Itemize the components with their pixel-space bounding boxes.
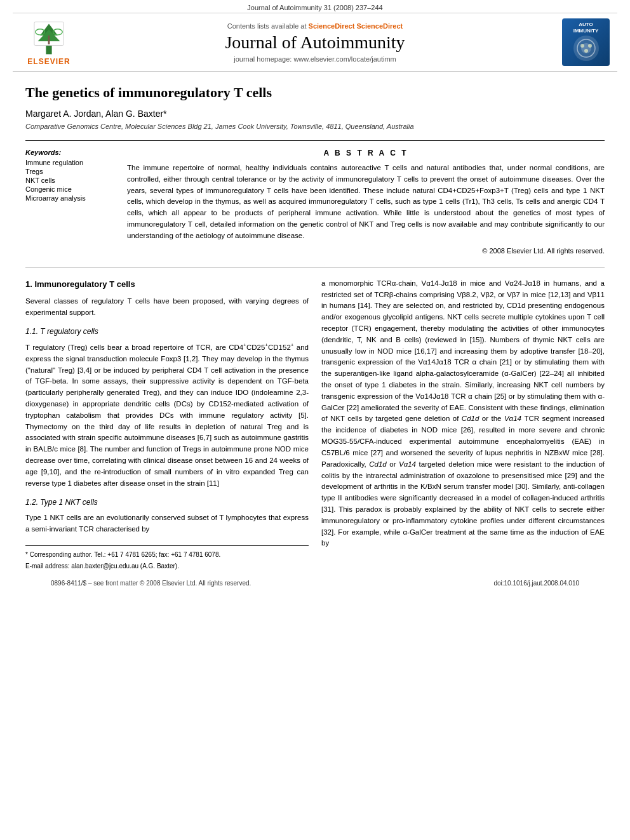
abstract-text: The immune repertoire of normal, healthy… bbox=[127, 163, 605, 242]
abstract-section: Keywords: Immune regulation Tregs NKT ce… bbox=[25, 140, 605, 255]
copyright-line: © 2008 Elsevier Ltd. All rights reserved… bbox=[127, 247, 605, 255]
article-affiliation: Comparative Genomics Centre, Molecular S… bbox=[25, 123, 605, 130]
svg-point-11 bbox=[584, 49, 588, 53]
journal-info-bar: Journal of Autoimmunity 31 (2008) 237–24… bbox=[0, 0, 630, 13]
subsection-1-2-para: Type 1 NKT cells are an evolutionarily c… bbox=[25, 512, 309, 535]
section-1-para1: Several classes of regulatory T cells ha… bbox=[25, 296, 309, 319]
subsection-1-1-heading: 1.1. T regulatory cells bbox=[25, 326, 309, 338]
header-section: ELSEVIER Contents lists available at Sci… bbox=[13, 13, 617, 72]
abstract-title: A B S T R A C T bbox=[127, 149, 605, 157]
journal-logo-circle bbox=[573, 36, 599, 61]
journal-citation: Journal of Autoimmunity 31 (2008) 237–24… bbox=[247, 4, 382, 11]
footnote-corresponding: * Corresponding author. Tel.: +61 7 4781… bbox=[25, 550, 309, 560]
footnote-email: E-mail address: alan.baxter@jcu.edu.au (… bbox=[25, 561, 309, 571]
keyword-3: NKT cells bbox=[25, 177, 114, 184]
keyword-2: Tregs bbox=[25, 168, 114, 175]
body-columns: 1. Immunoregulatory T cells Several clas… bbox=[25, 278, 605, 573]
article-title: The genetics of immunoregulatory T cells bbox=[25, 84, 605, 101]
elsevier-tree-icon bbox=[27, 19, 71, 57]
bottom-info: 0896-8411/$ – see front matter © 2008 El… bbox=[25, 576, 605, 590]
right-col-para1: a monomorphic TCRα-chain, Vα14-Jα18 in m… bbox=[321, 278, 605, 550]
bottom-issn: 0896-8411/$ – see front matter © 2008 El… bbox=[51, 580, 251, 587]
keyword-4: Congenic mice bbox=[25, 185, 114, 193]
page-container: Journal of Autoimmunity 31 (2008) 237–24… bbox=[0, 0, 630, 603]
keywords-list: Immune regulation Tregs NKT cells Congen… bbox=[25, 159, 114, 202]
elsevier-brand-text: ELSEVIER bbox=[27, 57, 70, 66]
elsevier-logo: ELSEVIER bbox=[20, 19, 77, 66]
subsection-1-1-para: T regulatory (Treg) cells bear a broad r… bbox=[25, 342, 309, 489]
abstract-col: A B S T R A C T The immune repertoire of… bbox=[127, 149, 605, 255]
svg-rect-0 bbox=[46, 45, 51, 54]
contents-label: Contents lists available at bbox=[227, 22, 307, 30]
keyword-5: Microarray analysis bbox=[25, 194, 114, 202]
logo-circle-icon bbox=[576, 38, 596, 58]
section-divider bbox=[25, 267, 605, 268]
journal-main-title: Journal of Autoimmunity bbox=[77, 32, 553, 53]
svg-point-10 bbox=[588, 44, 592, 48]
section-1-heading: 1. Immunoregulatory T cells bbox=[25, 278, 309, 291]
subsection-1-2-heading: 1.2. Type 1 NKT cells bbox=[25, 497, 309, 509]
sciencedirect-link[interactable]: ScienceDirect bbox=[309, 22, 355, 30]
journal-logo-box: AUTOIMMUNITY bbox=[562, 18, 610, 66]
sciencedirect-line: Contents lists available at ScienceDirec… bbox=[77, 22, 553, 30]
keywords-col: Keywords: Immune regulation Tregs NKT ce… bbox=[25, 149, 114, 255]
right-column: a monomorphic TCRα-chain, Vα14-Jα18 in m… bbox=[321, 278, 605, 573]
sciencedirect-link-text[interactable]: ScienceDirect bbox=[356, 22, 403, 30]
svg-point-9 bbox=[580, 44, 584, 48]
keyword-1: Immune regulation bbox=[25, 159, 114, 166]
logo-auto-text: AUTOIMMUNITY bbox=[573, 22, 599, 34]
keywords-title: Keywords: bbox=[25, 149, 114, 156]
article-authors: Margaret A. Jordan, Alan G. Baxter* bbox=[25, 109, 605, 119]
journal-logo-right: AUTOIMMUNITY bbox=[553, 18, 610, 66]
footnote-area: * Corresponding author. Tel.: +61 7 4781… bbox=[25, 545, 309, 571]
journal-title-center: Contents lists available at ScienceDirec… bbox=[77, 22, 553, 63]
left-column: 1. Immunoregulatory T cells Several clas… bbox=[25, 278, 309, 573]
bottom-doi: doi:10.1016/j.jaut.2008.04.010 bbox=[493, 580, 579, 587]
journal-homepage: journal homepage: www.elsevier.com/locat… bbox=[77, 55, 553, 63]
article-content: The genetics of immunoregulatory T cells… bbox=[0, 72, 630, 603]
